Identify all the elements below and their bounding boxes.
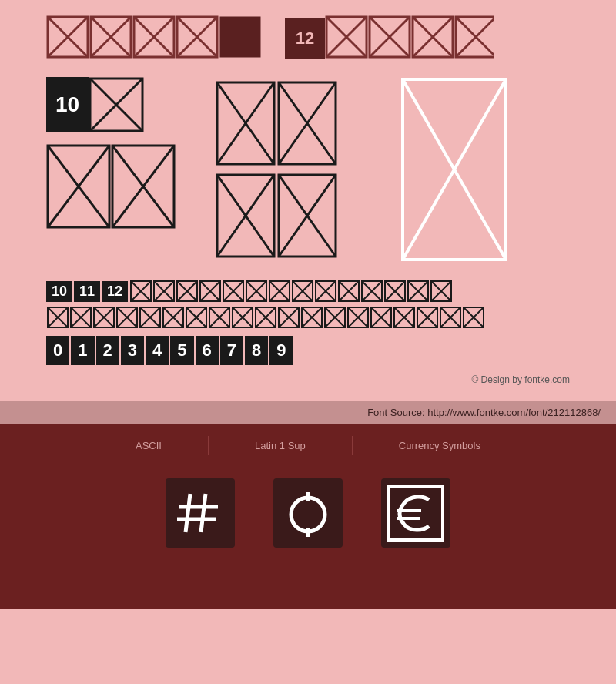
tab-latin1sup[interactable]: Latin 1 Sup	[209, 436, 353, 455]
font-source-url[interactable]: http://www.fontke.com/font/212112868/	[427, 407, 601, 418]
bold-10: 10	[46, 281, 72, 302]
font-source-bar: Font Source: http://www.fontke.com/font/…	[0, 401, 616, 424]
num-3: 3	[121, 336, 144, 365]
title-row: 12	[46, 15, 570, 62]
left-column: 10	[46, 77, 177, 229]
glyph-hash-container	[166, 478, 235, 548]
numbers-display-row: 0 1 2 3 4 5 6 7 8 9	[46, 336, 570, 365]
num-7: 7	[220, 336, 243, 365]
num-6: 6	[196, 336, 219, 365]
svg-rect-153	[273, 478, 343, 548]
text-row-2	[46, 307, 570, 328]
glyph-cent-container	[273, 478, 343, 548]
tab-ascii[interactable]: ASCII	[89, 436, 209, 455]
text-row-1: 10 11 12	[46, 280, 570, 302]
glyph-euro-container	[381, 478, 450, 548]
num-5: 5	[170, 336, 193, 365]
bold-11: 11	[74, 281, 100, 302]
main-glyphs-area: 10	[46, 77, 570, 265]
x-glyph-small	[89, 77, 144, 132]
svg-rect-12	[220, 17, 260, 57]
right-column	[400, 77, 508, 265]
two-x-boxes-left	[46, 144, 177, 229]
svg-rect-148	[166, 478, 235, 548]
font-source-label: Font Source:	[367, 407, 424, 418]
double-x-glyph-left	[46, 144, 177, 229]
num-2: 2	[96, 336, 119, 365]
hash-glyph-icon	[166, 478, 235, 548]
double-x-top-middle	[216, 81, 339, 166]
euro-glyph-icon	[381, 478, 450, 548]
svg-rect-157	[381, 478, 450, 548]
num-0: 0	[46, 336, 69, 365]
category-tabs: ASCII Latin 1 Sup Currency Symbols	[0, 436, 616, 455]
double-x-bottom-middle	[216, 173, 339, 258]
bottom-section: ASCII Latin 1 Sup Currency Symbols	[0, 424, 616, 609]
inline-x-boxes-row1	[129, 280, 460, 302]
middle-column	[216, 81, 339, 258]
glyph-10x: 10	[46, 77, 177, 132]
cent-glyph-icon	[273, 478, 343, 548]
num-1: 1	[71, 336, 94, 365]
bold-12: 12	[102, 281, 128, 302]
tab-currency[interactable]: Currency Symbols	[353, 436, 527, 455]
copyright: © Design by fontke.com	[46, 374, 570, 385]
top-section: 12 10	[0, 0, 616, 401]
num-4: 4	[146, 336, 169, 365]
num-9: 9	[270, 336, 293, 365]
text-glyph-rows: 10 11 12	[46, 280, 570, 328]
tall-white-glyph	[400, 77, 508, 262]
title-number-badge: 12	[285, 18, 325, 59]
num-8: 8	[245, 336, 268, 365]
inline-x-boxes-row2	[46, 307, 485, 328]
title-glyphs-after	[325, 15, 494, 62]
bottom-glyphs	[0, 471, 616, 555]
title-glyphs	[46, 15, 285, 62]
digit-10: 10	[46, 77, 89, 132]
